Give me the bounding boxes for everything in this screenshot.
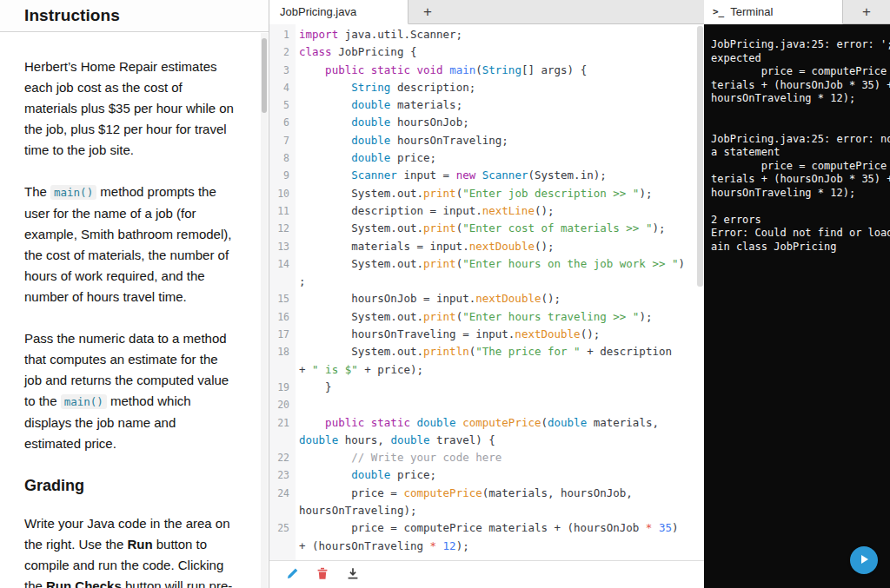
code-line[interactable]: 17 hoursOnTraveling = input.nextDouble()… (269, 326, 704, 343)
code-line[interactable]: 12 System.out.print("Enter cost of mater… (269, 220, 704, 237)
code-line[interactable]: 2class JobPricing { (269, 43, 704, 61)
code-line[interactable]: 21 public static double computePrice(dou… (269, 414, 704, 432)
terminal-line: hoursOnTraveling * 12); (711, 187, 890, 201)
terminal-line: a statement (711, 146, 890, 160)
code-line[interactable]: 14 System.out.print("Enter hours on the … (269, 255, 704, 273)
code-line[interactable]: 11 description = input.nextLine(); (269, 202, 704, 220)
code-text: System.out.println("The price for " + de… (296, 343, 704, 360)
code-line[interactable]: 1import java.util.Scanner; (269, 26, 704, 43)
terminal-tab-label: Terminal (730, 5, 773, 18)
code-text: price = computePrice materials + (hoursO… (296, 519, 704, 537)
editor-new-tab-button[interactable]: + (408, 0, 447, 23)
line-number (269, 361, 296, 379)
line-number: 8 (269, 149, 296, 167)
code-text: double materials; (296, 96, 704, 114)
instructions-scrollbar[interactable] (261, 33, 268, 588)
terminal-line: ain class JobPricing (711, 241, 890, 254)
code-line[interactable]: 6 double hoursOnJob; (269, 114, 704, 131)
code-line[interactable]: 3 public static void main(String[] args)… (269, 62, 704, 79)
code-line[interactable]: 9 Scanner input = new Scanner(System.in)… (269, 167, 704, 184)
line-number: 4 (269, 79, 296, 96)
code-line[interactable]: 20 (269, 396, 704, 413)
tab-jobpricing-java[interactable]: JobPricing.java (269, 0, 408, 24)
code-line[interactable]: 18 System.out.println("The price for " +… (269, 343, 704, 360)
code-text: public static double computePrice(double… (296, 414, 704, 432)
terminal-line (711, 106, 890, 120)
terminal-line: price = computePrice ma (711, 160, 890, 174)
code-line[interactable]: + " is $" + price); (269, 361, 704, 379)
code-text: double hours, double travel) { (296, 432, 704, 449)
instruction-paragraph: Write your Java code in the area on the … (24, 513, 236, 588)
instruction-paragraph: Pass the numeric data to a method that c… (24, 328, 236, 454)
text: button will run pre- (122, 578, 233, 588)
line-number: 5 (269, 96, 296, 114)
code-line[interactable]: 8 double price; (269, 149, 704, 167)
code-line[interactable]: 4 String description; (269, 79, 704, 96)
terminal-line: terials + (hoursOnJob * 35) + ( (711, 79, 890, 93)
code-line[interactable]: 23 double price; (269, 466, 704, 484)
terminal-line (711, 200, 890, 214)
code-line[interactable]: 5 double materials; (269, 96, 704, 114)
code-text: double price; (296, 466, 704, 484)
tab-jobpricing-label: JobPricing.java (280, 5, 356, 18)
code-text (296, 396, 704, 413)
code-line[interactable]: 15 hoursOnJob = input.nextDouble(); (269, 290, 704, 307)
code-line[interactable]: ; (269, 273, 704, 290)
line-number: 9 (269, 167, 296, 184)
code-text: System.out.print("Enter job description … (296, 185, 704, 202)
line-number (269, 502, 296, 519)
code-line[interactable]: double hours, double travel) { (269, 432, 704, 449)
line-number (269, 432, 296, 449)
terminal-line: price = computePrice ma (711, 65, 890, 79)
editor-scrollbar-thumb[interactable] (697, 26, 703, 287)
code-text: class JobPricing { (296, 43, 704, 61)
instructions-title: Instructions (24, 6, 120, 25)
line-number: 21 (269, 414, 296, 432)
line-number: 22 (269, 449, 296, 466)
text: method prompts the user for the name of … (24, 184, 231, 304)
code-text: description = input.nextLine(); (296, 202, 704, 220)
line-number: 10 (269, 185, 296, 202)
code-line[interactable]: 13 materials = input.nextDouble(); (269, 238, 704, 255)
code-line[interactable]: 22 // Write your code here (269, 449, 704, 466)
line-number: 3 (269, 62, 296, 79)
inline-code: main() (50, 185, 96, 200)
code-text: + (hoursOnTraveling * 12); (296, 538, 704, 555)
terminal-line: expected (711, 52, 890, 66)
instructions-scrollbar-thumb[interactable] (262, 38, 267, 113)
terminal-line: hoursOnTraveling * 12); (711, 92, 890, 106)
line-number: 18 (269, 343, 296, 360)
code-line[interactable]: 24 price = computePrice(materials, hours… (269, 485, 704, 502)
code-line[interactable]: 7 double hoursOnTraveling; (269, 132, 704, 149)
edit-button[interactable] (284, 567, 300, 583)
code-text: hoursOnTraveling); (296, 502, 704, 519)
code-rows[interactable]: 1import java.util.Scanner;2class JobPric… (269, 24, 704, 555)
editor-tabbar: JobPricing.java + (269, 0, 704, 24)
delete-button[interactable] (315, 567, 330, 583)
code-line[interactable]: 19 } (269, 379, 704, 396)
code-text: hoursOnTraveling = input.nextDouble(); (296, 326, 704, 343)
line-number: 7 (269, 132, 296, 149)
line-number: 16 (269, 308, 296, 326)
code-line[interactable]: + (hoursOnTraveling * 12); (269, 538, 704, 555)
terminal-output[interactable]: JobPricing.java:25: error: ';'expected p… (704, 24, 890, 588)
code-text: System.out.print("Enter hours on the job… (296, 255, 704, 273)
code-line[interactable]: 25 price = computePrice materials + (hou… (269, 519, 704, 537)
run-button[interactable] (850, 546, 878, 574)
terminal-tabbar: >_ Terminal + (704, 0, 890, 24)
code-line[interactable]: 10 System.out.print("Enter job descripti… (269, 185, 704, 202)
code-line[interactable]: 16 System.out.print("Enter hours traveli… (269, 308, 704, 326)
download-button[interactable] (345, 567, 361, 583)
instruction-paragraph: Herbert’s Home Repair estimates each job… (24, 56, 236, 161)
bold-text: Run (127, 537, 152, 552)
editor-toolbar (269, 560, 704, 588)
terminal-new-tab-button[interactable]: + (843, 0, 890, 23)
line-number: 14 (269, 255, 296, 273)
code-editor[interactable]: 1import java.util.Scanner;2class JobPric… (269, 24, 704, 560)
code-text: materials = input.nextDouble(); (296, 238, 704, 255)
instructions-panel: Instructions Herbert’s Home Repair estim… (0, 0, 269, 588)
code-line[interactable]: hoursOnTraveling); (269, 502, 704, 519)
play-icon (858, 553, 870, 568)
code-editor-panel: JobPricing.java + 1import java.util.Scan… (269, 0, 704, 588)
tab-terminal[interactable]: >_ Terminal (704, 0, 843, 24)
